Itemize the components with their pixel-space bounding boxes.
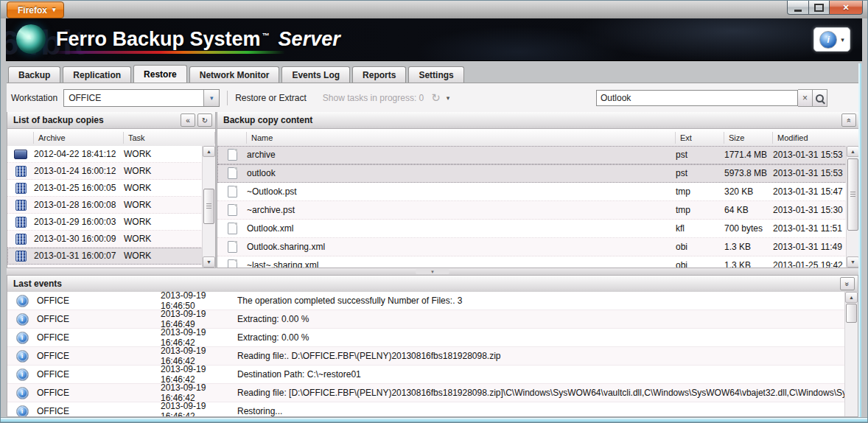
scroll-down-button[interactable]: ▼ — [847, 256, 859, 268]
scroll-up-button[interactable]: ▲ — [845, 292, 858, 303]
tab-backup[interactable]: Backup — [8, 66, 60, 83]
clear-search-button[interactable]: × — [798, 89, 813, 107]
modified-column-header[interactable]: Modified — [773, 132, 859, 144]
icon-column-header[interactable] — [7, 132, 34, 144]
events-scrollbar[interactable]: ▲ — [844, 292, 858, 416]
file-row-selected[interactable]: archivepst1771.4 MB2013-01-31 15:53 — [217, 146, 847, 164]
restore-or-extract-action[interactable]: Restore or Extract — [235, 93, 307, 103]
banner-content: Ferro Backup System™Server — [16, 24, 340, 54]
collapse-panel-button[interactable]: » — [840, 277, 855, 290]
content-scrollbar[interactable]: ▲ ▼ — [846, 146, 859, 268]
backup-scrollbar[interactable]: ▲ ▼ — [202, 146, 215, 268]
tab-network-monitor[interactable]: Network Monitor — [189, 66, 280, 83]
ext-cell: tmp — [676, 186, 724, 197]
file-row[interactable]: ~archive.psttmp64 KB2013-01-31 15:30 — [217, 201, 847, 220]
tab-events-log[interactable]: Events Log — [281, 66, 350, 83]
chevron-down-icon[interactable]: ▾ — [447, 94, 450, 102]
scroll-thumb[interactable] — [847, 158, 858, 231]
file-row[interactable]: Outlook.xmlkfl700 bytes2013-01-31 11:51 — [217, 220, 847, 238]
refresh-tasks-icon[interactable]: ↻ — [431, 91, 441, 105]
tab-reports[interactable]: Reports — [352, 66, 406, 83]
size-cell: 5973.8 MB — [724, 168, 773, 178]
backup-row[interactable]: 2013-01-28 16:00:08WORK — [7, 197, 203, 214]
size-cell: 64 KB — [724, 205, 773, 215]
incremental-backup-icon — [15, 200, 27, 211]
content-rows: archivepst1771.4 MB2013-01-31 15:53 outl… — [217, 146, 847, 268]
event-row[interactable]: iOFFICE2013-09-19 16:46:42Restoring... — [7, 402, 845, 416]
chevron-double-left-icon: « — [186, 116, 190, 125]
info-button[interactable]: i ▾ — [813, 27, 850, 52]
ext-cell: tmp — [676, 205, 724, 215]
tab-settings[interactable]: Settings — [408, 66, 463, 83]
ext-cell: obi — [676, 242, 724, 252]
size-column-header[interactable]: Size — [724, 132, 773, 144]
tab-bar: Backup Replication Restore Network Monit… — [8, 66, 858, 83]
backup-row[interactable]: 2013-01-25 16:00:05WORK — [7, 180, 203, 197]
splitter-handle[interactable]: ▼ — [416, 269, 449, 274]
event-row[interactable]: iOFFICE2013-09-19 16:46:42Reading file: … — [7, 384, 845, 402]
task-cell: WORK — [124, 234, 203, 244]
ext-column-header[interactable]: Ext — [676, 132, 724, 144]
scroll-thumb[interactable] — [846, 304, 857, 323]
app-banner: 64bit Ferro Backup System™Server i ▾ — [6, 18, 862, 61]
close-icon: × — [802, 94, 808, 102]
scroll-up-button[interactable]: ▲ — [203, 146, 215, 157]
backup-row-selected[interactable]: 2013-01-31 16:00:07WORK — [7, 248, 203, 265]
file-row[interactable]: Outlook.sharing.xmlobi1.3 KB2013-01-31 1… — [217, 238, 847, 256]
tab-restore[interactable]: Restore — [133, 65, 187, 83]
backup-row[interactable]: 2012-04-22 18:41:12WORK — [7, 146, 203, 163]
event-row[interactable]: iOFFICE2013-09-19 16:46:49Extracting: 0.… — [7, 310, 845, 329]
event-source: OFFICE — [37, 332, 161, 343]
arrow-up-icon: ▲ — [206, 149, 211, 154]
event-row[interactable]: iOFFICE2013-09-19 16:46:42Extracting: 0.… — [7, 329, 845, 347]
archive-column-header[interactable]: Archive — [34, 132, 124, 144]
tab-replication[interactable]: Replication — [63, 66, 131, 83]
full-backup-icon — [14, 150, 27, 159]
backup-row[interactable]: 2013-02-01 16:00:08WORK — [7, 265, 203, 268]
size-cell: 700 bytes — [724, 223, 773, 234]
scroll-thumb[interactable] — [203, 189, 214, 224]
search-button[interactable] — [813, 89, 827, 107]
event-message: Reading file: [D:\OFFICE.FBF\(PELNY)2013… — [237, 388, 845, 398]
firefox-menu-button[interactable]: Firefox ▾ — [7, 1, 64, 18]
backup-row[interactable]: 2013-01-29 16:00:03WORK — [7, 214, 203, 231]
minimize-icon — [794, 10, 802, 12]
backup-rows: 2012-04-22 18:41:12WORK 2013-01-24 16:00… — [7, 146, 203, 268]
info-icon: i — [16, 313, 29, 326]
name-column-header[interactable]: Name — [247, 132, 676, 144]
minimize-button[interactable] — [787, 1, 809, 15]
close-icon: ✕ — [842, 3, 849, 13]
icon-column-header[interactable] — [217, 132, 247, 144]
archive-cell: 2013-01-24 16:00:12 — [34, 166, 124, 176]
task-cell: WORK — [124, 149, 203, 159]
file-row[interactable]: ~Outlook.psttmp320 KB2013-01-31 15:47 — [217, 183, 847, 201]
collapse-panel-button[interactable]: « — [181, 113, 195, 127]
task-column-header[interactable]: Task — [124, 132, 215, 144]
size-cell: 1.3 KB — [724, 242, 773, 252]
event-time: 2013-09-19 16:46:49 — [161, 309, 237, 329]
incremental-backup-icon — [15, 183, 27, 194]
scroll-up-button[interactable]: ▲ — [847, 146, 859, 157]
close-button[interactable]: ✕ — [830, 1, 863, 15]
rainbow-underline — [53, 51, 285, 54]
event-rows: iOFFICE2013-09-19 16:46:50The operation … — [7, 292, 845, 416]
file-row[interactable]: ~last~.sharing.xmlobi1.3 KB2013-01-25 19… — [217, 256, 847, 268]
backup-row[interactable]: 2013-01-30 16:00:09WORK — [7, 231, 203, 248]
event-row[interactable]: iOFFICE2013-09-19 16:46:42Reading file:.… — [7, 347, 845, 366]
maximize-button[interactable] — [809, 1, 830, 15]
search-input[interactable] — [596, 90, 798, 106]
collapse-panel-button[interactable]: » — [841, 113, 856, 127]
workstation-select[interactable]: OFFICE ▾ — [63, 89, 220, 107]
scroll-down-button[interactable]: ▼ — [203, 256, 215, 268]
info-icon: i — [16, 332, 29, 344]
backup-row[interactable]: 2013-01-24 16:00:12WORK — [7, 163, 203, 180]
info-icon: i — [16, 295, 29, 307]
event-row[interactable]: iOFFICE2013-09-19 16:46:42Destination Pa… — [7, 366, 845, 384]
horizontal-splitter[interactable]: ▼ — [7, 268, 858, 275]
modified-cell: 2013-01-31 15:47 — [773, 186, 847, 197]
event-row[interactable]: iOFFICE2013-09-19 16:46:50The operation … — [7, 292, 845, 310]
combo-dropdown-button[interactable]: ▾ — [203, 90, 219, 106]
file-row-selected[interactable]: outlookpst5973.8 MB2013-01-31 15:53 — [217, 164, 847, 183]
app-window: Firefox ▾ ✕ 64bit Ferro Backup System™Se… — [0, 0, 868, 423]
refresh-list-button[interactable]: ↻ — [197, 113, 212, 127]
